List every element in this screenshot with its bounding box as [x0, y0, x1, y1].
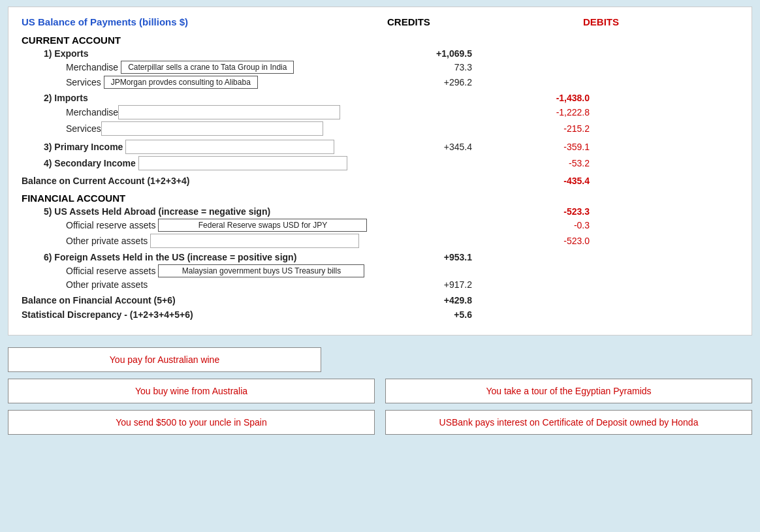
malaysia-tooltip: Malaysian government buys US Treasury bi… — [158, 264, 364, 277]
merchandise-imports-input[interactable] — [118, 105, 340, 119]
buy-wine-button[interactable]: You buy wine from Australia — [8, 379, 375, 403]
primary-income-debit: -359.1 — [492, 142, 596, 152]
other-private-foreign-label: Other private assets — [66, 279, 148, 290]
services-imports-label-area: Services — [22, 121, 387, 136]
services-imports-label: Services — [66, 123, 101, 134]
imports-row: 2) Imports -1,438.0 — [22, 93, 738, 103]
other-private-us-label-area: Other private assets — [22, 234, 387, 248]
current-account-header: CURRENT ACCOUNT — [22, 35, 738, 46]
usbank-text-rest: Bank pays interest on Certificate of Dep… — [452, 417, 698, 428]
us-assets-row: 5) US Assets Held Abroad (increase = neg… — [22, 206, 738, 217]
services-imports-debit: -215.2 — [492, 123, 596, 134]
send-money-text-rest: send $500 to your uncle in Spain — [131, 417, 267, 428]
merchandise-imports-label: Merchandise — [66, 107, 118, 117]
merchandise-imports-label-area: Merchandise — [22, 105, 387, 119]
merchandise-exports-credit: 73.3 — [387, 62, 492, 72]
services-imports-row: Services -215.2 — [22, 121, 738, 136]
merchandise-imports-row: Merchandise -1,222.8 — [22, 105, 738, 119]
financial-account-header: FINANCIAL ACCOUNT — [22, 193, 738, 204]
us-assets-label: 5) US Assets Held Abroad (increase = neg… — [22, 206, 387, 217]
services-exports-row: Services JPMorgan provdes consulting to … — [22, 76, 738, 89]
primary-income-credit: +345.4 — [387, 142, 492, 152]
other-private-us-input[interactable] — [150, 234, 359, 248]
other-private-foreign-row: Other private assets +917.2 — [22, 279, 738, 290]
foreign-assets-row: 6) Foreign Assets Held in the US (increa… — [22, 252, 738, 262]
discrepancy-row: Statistical Discrepancy - (1+2+3+4+5+6) … — [22, 309, 738, 320]
bottom-area: You pay for Australian wine You buy wine… — [0, 336, 760, 444]
exports-label: 1) Exports — [22, 48, 387, 59]
official-reserve-us-debit: -0.3 — [492, 220, 596, 230]
exports-row: 1) Exports +1,069.5 — [22, 48, 738, 59]
financial-account-balance-label: Balance on Financial Account (5+6) — [22, 295, 387, 305]
button-row-1: You pay for Australian wine — [8, 347, 752, 372]
buy-wine-text-rest: buy wine from Australia — [151, 386, 248, 396]
other-private-us-label: Other private assets — [66, 236, 148, 246]
primary-income-input[interactable] — [125, 140, 334, 154]
services-imports-input[interactable] — [101, 121, 323, 136]
send-money-button[interactable]: You send $500 to your uncle in Spain — [8, 410, 375, 435]
current-account-balance-row: Balance on Current Account (1+2+3+4) -43… — [22, 176, 738, 186]
primary-income-row: 3) Primary Income +345.4 -359.1 — [22, 140, 738, 154]
caterpillar-tooltip: Caterpillar sells a crane to Tata Group … — [121, 61, 294, 74]
main-panel: US Balance of Payments (billions $) CRED… — [8, 7, 752, 336]
other-private-foreign-label-area: Other private assets — [22, 279, 387, 290]
buy-wine-text-you: You — [135, 386, 151, 396]
usbank-button[interactable]: USBank pays interest on Certificate of D… — [385, 410, 752, 435]
primary-income-label-area: 3) Primary Income — [22, 140, 387, 154]
other-private-foreign-credit: +917.2 — [387, 279, 492, 290]
official-reserve-foreign-row: Official reserve assets Malaysian govern… — [22, 264, 738, 277]
merchandise-imports-debit: -1,222.8 — [492, 107, 596, 117]
tour-pyramids-text-you: You — [486, 386, 501, 396]
spacer-1 — [332, 347, 752, 372]
foreign-assets-credit: +953.1 — [387, 252, 492, 262]
official-reserve-foreign-label-area: Official reserve assets Malaysian govern… — [22, 264, 387, 277]
usbank-text-us: US — [439, 417, 452, 428]
secondary-income-label-area: 4) Secondary Income — [22, 156, 387, 170]
exports-credit: +1,069.5 — [387, 48, 492, 59]
us-assets-debit: -523.3 — [492, 206, 596, 217]
send-money-text-you: You — [116, 417, 131, 428]
tour-pyramids-text-rest: take a tour of the Egyptian Pyramids — [501, 386, 652, 396]
secondary-income-row: 4) Secondary Income -53.2 — [22, 156, 738, 170]
secondary-income-debit: -53.2 — [492, 158, 596, 168]
merchandise-exports-row: Merchandise Caterpillar sells a crane to… — [22, 61, 738, 74]
pay-wine-label: You pay for Australian wine — [110, 354, 219, 365]
current-account-balance-debit: -435.4 — [492, 176, 596, 186]
discrepancy-label: Statistical Discrepancy - (1+2+3+4+5+6) — [22, 309, 387, 320]
financial-account-balance-row: Balance on Financial Account (5+6) +429.… — [22, 295, 738, 305]
button-row-3: You send $500 to your uncle in Spain USB… — [8, 410, 752, 435]
foreign-assets-label: 6) Foreign Assets Held in the US (increa… — [22, 252, 387, 262]
current-account-balance-label: Balance on Current Account (1+2+3+4) — [22, 176, 387, 186]
official-reserve-us-row: Official reserve assets Federal Reserve … — [22, 219, 738, 232]
imports-label: 2) Imports — [22, 93, 387, 103]
secondary-income-label: 4) Secondary Income — [44, 158, 136, 168]
services-exports-credit: +296.2 — [387, 77, 492, 87]
debits-header: DEBITS — [583, 16, 619, 27]
services-exports-label-area: Services JPMorgan provdes consulting to … — [22, 76, 387, 89]
table-title: US Balance of Payments (billions $) — [22, 16, 188, 27]
secondary-income-input[interactable] — [138, 156, 347, 170]
services-exports-label: Services — [66, 77, 101, 87]
financial-account-balance-credit: +429.8 — [387, 295, 492, 305]
official-reserve-us-label-area: Official reserve assets Federal Reserve … — [22, 219, 387, 232]
official-reserve-us-label: Official reserve assets — [66, 220, 155, 230]
merchandise-exports-label: Merchandise — [66, 62, 118, 72]
official-reserve-foreign-label: Official reserve assets — [66, 266, 155, 276]
merchandise-exports-label-area: Merchandise Caterpillar sells a crane to… — [22, 61, 387, 74]
fed-reserve-tooltip: Federal Reserve swaps USD for JPY — [158, 219, 367, 232]
primary-income-label: 3) Primary Income — [44, 142, 123, 152]
other-private-us-row: Other private assets -523.0 — [22, 234, 738, 248]
button-row-2: You buy wine from Australia You take a t… — [8, 379, 752, 403]
other-private-us-debit: -523.0 — [492, 236, 596, 246]
tour-pyramids-button[interactable]: You take a tour of the Egyptian Pyramids — [385, 379, 752, 403]
discrepancy-credit: +5.6 — [387, 309, 492, 320]
imports-debit: -1,438.0 — [492, 93, 596, 103]
jpmorgan-tooltip: JPMorgan provdes consulting to Alibaba — [104, 76, 258, 89]
credits-header: CREDITS — [387, 16, 430, 27]
pay-wine-button[interactable]: You pay for Australian wine — [8, 347, 321, 372]
